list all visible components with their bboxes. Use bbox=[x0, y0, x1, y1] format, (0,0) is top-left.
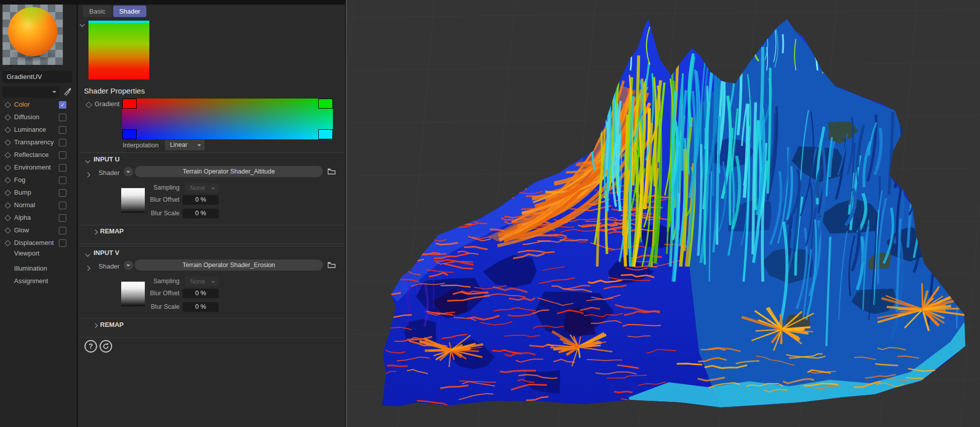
channel-label: Reflectance bbox=[14, 151, 49, 158]
texture-dropdown[interactable] bbox=[3, 87, 59, 98]
sampling-label: Sampling bbox=[123, 184, 180, 191]
tab-basic[interactable]: Basic bbox=[83, 6, 112, 17]
channel-diamond-icon bbox=[5, 177, 11, 184]
channel-diamond-icon bbox=[5, 202, 11, 209]
channel-row-reflectance[interactable]: Reflectance bbox=[0, 149, 76, 161]
blur-scale-label: Blur Scale bbox=[123, 210, 180, 217]
gradient-label: Gradient bbox=[95, 100, 120, 108]
sampling-dropdown: None bbox=[185, 277, 219, 287]
expand-row-icon[interactable] bbox=[85, 266, 91, 271]
channel-checkbox[interactable] bbox=[59, 126, 66, 134]
blur-offset-label: Blur Offset bbox=[123, 290, 180, 297]
expand-section-icon[interactable] bbox=[93, 230, 98, 235]
help-icon[interactable]: ? bbox=[84, 340, 97, 353]
channel-checkbox[interactable] bbox=[59, 189, 66, 197]
channel-checkbox[interactable]: ✓ bbox=[59, 101, 66, 109]
expand-section-icon[interactable] bbox=[93, 323, 98, 328]
material-preview-sphere bbox=[8, 7, 57, 56]
channel-checkbox[interactable] bbox=[59, 177, 66, 184]
window-top-bar bbox=[0, 0, 347, 5]
channel-checkbox[interactable] bbox=[59, 139, 66, 146]
shader-options-button[interactable] bbox=[124, 261, 133, 270]
channel-row-displacement[interactable]: Displacement bbox=[0, 237, 76, 249]
remap-header[interactable]: REMAP bbox=[100, 321, 124, 328]
shader-link-button[interactable]: Terrain Operator Shader_Altitude bbox=[135, 166, 323, 177]
sidebar-page-assignment[interactable]: Assignment bbox=[14, 277, 48, 285]
channel-checkbox[interactable] bbox=[59, 239, 66, 247]
channel-label: Fog bbox=[14, 176, 25, 184]
shader-link-button[interactable]: Terrain Operator Shader_Erosion bbox=[135, 260, 323, 271]
channel-checkbox[interactable] bbox=[59, 114, 66, 121]
divider bbox=[79, 246, 344, 246]
input-v-header[interactable]: INPUT V bbox=[94, 249, 119, 257]
channel-diamond-icon bbox=[5, 227, 11, 234]
channel-checkbox[interactable] bbox=[59, 214, 66, 222]
channel-diamond-icon bbox=[5, 127, 11, 133]
channel-checkbox[interactable] bbox=[59, 164, 66, 172]
blur-offset-label: Blur Offset bbox=[123, 196, 180, 203]
attribute-panel: Basic Shader Shader Properties Gradient bbox=[78, 5, 345, 427]
channel-label: Glow bbox=[14, 226, 29, 234]
blur-offset-field[interactable]: 0 % bbox=[183, 195, 219, 205]
chevron-down-icon bbox=[211, 281, 215, 283]
viewport-canvas[interactable] bbox=[347, 0, 980, 427]
channel-row-luminance[interactable]: Luminance bbox=[0, 124, 76, 136]
channel-checkbox[interactable] bbox=[59, 227, 66, 234]
channel-label: Transparency bbox=[14, 138, 54, 146]
channel-row-transparency[interactable]: Transparency bbox=[0, 136, 76, 149]
blur-scale-field[interactable]: 0 % bbox=[183, 209, 219, 218]
collapse-section-icon[interactable] bbox=[85, 158, 91, 163]
remap-header[interactable]: REMAP bbox=[100, 227, 124, 235]
sampling-label: Sampling bbox=[123, 278, 180, 285]
shader-preview-swatch[interactable] bbox=[88, 21, 149, 79]
blur-offset-field[interactable]: 0 % bbox=[183, 289, 219, 298]
interpolation-value: Linear bbox=[170, 141, 188, 148]
panel-divider[interactable] bbox=[76, 0, 78, 427]
sidebar-page-illumination[interactable]: Illumination bbox=[14, 265, 47, 272]
channel-row-bump[interactable]: Bump bbox=[0, 187, 76, 199]
divider bbox=[79, 243, 344, 244]
channel-label: Environment bbox=[14, 163, 51, 171]
material-sidebar: GradientUV Color✓DiffusionLuminanceTrans… bbox=[0, 5, 76, 427]
material-name-field[interactable]: GradientUV bbox=[3, 71, 72, 83]
panel-footer: ? bbox=[84, 340, 125, 355]
section-input-v: INPUT V Shader Terrain Operator Shader_E… bbox=[78, 246, 345, 338]
reset-icon[interactable] bbox=[100, 340, 112, 353]
channel-diamond-icon bbox=[5, 139, 11, 146]
channel-diamond-icon bbox=[5, 114, 11, 121]
chevron-down-icon bbox=[211, 188, 215, 190]
collapse-preview-icon[interactable] bbox=[80, 22, 85, 27]
channel-row-diffusion[interactable]: Diffusion bbox=[0, 111, 76, 124]
shader-row-label: Shader bbox=[99, 263, 120, 270]
folder-icon[interactable] bbox=[327, 168, 336, 175]
channel-row-normal[interactable]: Normal bbox=[0, 199, 76, 212]
chevron-down-icon bbox=[52, 91, 56, 93]
circular-arrow-icon bbox=[102, 343, 110, 350]
channel-row-alpha[interactable]: Alpha bbox=[0, 212, 76, 224]
blur-scale-field[interactable]: 0 % bbox=[183, 302, 219, 312]
sampling-value: None bbox=[190, 185, 205, 192]
sidebar-page-viewport[interactable]: Viewport bbox=[14, 249, 39, 257]
channel-row-fog[interactable]: Fog bbox=[0, 174, 76, 187]
material-preview[interactable] bbox=[3, 5, 63, 65]
chevron-down-icon bbox=[126, 171, 130, 173]
channel-row-glow[interactable]: Glow bbox=[0, 224, 76, 237]
divider bbox=[79, 318, 344, 319]
interpolation-dropdown[interactable]: Linear bbox=[165, 140, 205, 150]
channel-checkbox[interactable] bbox=[59, 202, 66, 209]
gradient-2d-editor[interactable] bbox=[122, 99, 333, 139]
channel-checkbox[interactable] bbox=[59, 151, 66, 159]
channel-row-environment[interactable]: Environment bbox=[0, 161, 76, 174]
collapse-section-icon[interactable] bbox=[85, 252, 91, 257]
tab-shader[interactable]: Shader bbox=[113, 6, 146, 17]
shader-options-button[interactable] bbox=[124, 167, 133, 177]
folder-icon[interactable] bbox=[327, 262, 336, 269]
input-u-header[interactable]: INPUT U bbox=[94, 155, 120, 163]
divider bbox=[79, 225, 344, 225]
keyframe-diamond-icon[interactable] bbox=[85, 102, 92, 108]
expand-row-icon[interactable] bbox=[85, 173, 91, 178]
eyedropper-icon[interactable] bbox=[63, 87, 72, 96]
chevron-down-icon bbox=[197, 144, 201, 146]
channel-row-color[interactable]: Color✓ bbox=[0, 99, 76, 111]
channel-label: Displacement bbox=[14, 239, 54, 246]
